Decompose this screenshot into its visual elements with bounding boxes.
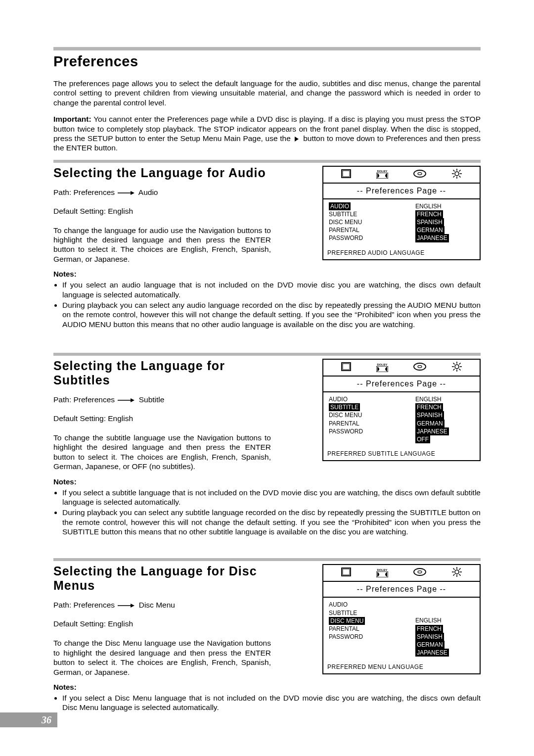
osd-audio: DOLBY -- Preferences Page -- AUDIO SUBTI… (322, 166, 481, 260)
osd-right-list: ENGLISH FRENCH SPANISH GERMAN JAPANESE (409, 601, 476, 657)
svg-point-24 (455, 365, 459, 369)
osd-icon-row: DOLBY (323, 167, 480, 184)
osd-right-item: SPANISH (415, 411, 444, 419)
osd-right-list: ENGLISH FRENCH SPANISH GERMAN JAPANESE O… (409, 395, 476, 443)
osd-left-item: SUBTITLE (327, 210, 409, 218)
osd-left-list: AUDIO SUBTITLE DISC MENU PARENTAL PASSWO… (327, 395, 409, 443)
audio-title: Selecting the Language for Audio (53, 166, 271, 180)
svg-point-7 (418, 172, 422, 175)
note-item: If you select a subtitle language that i… (62, 488, 481, 507)
osd-left-list: AUDIO SUBTITLE DISC MENU PARENTAL PASSWO… (327, 601, 409, 657)
note-item: If you select an audio language that is … (62, 280, 481, 299)
svg-point-39 (418, 571, 422, 573)
svg-line-48 (453, 574, 455, 576)
arrow-icon (118, 603, 134, 608)
page-icon (341, 169, 352, 181)
section-divider (53, 558, 481, 561)
svg-line-15 (459, 170, 461, 171)
path-label: Path: Preferences (53, 395, 117, 404)
disc-icon (413, 567, 427, 578)
osd-left-item: PARENTAL (327, 226, 409, 234)
osd-right-item: JAPANESE (415, 427, 449, 435)
svg-marker-34 (131, 604, 134, 608)
osd-left-item: AUDIO (327, 395, 409, 403)
osd-right-item: JAPANESE (415, 234, 449, 242)
dolby-icon: DOLBY (376, 568, 388, 578)
disc-icon (413, 362, 427, 373)
osd-left-item: SUBTITLE (327, 609, 409, 617)
osd-right-item: JAPANESE (415, 649, 449, 657)
path-label: Path: Preferences (53, 601, 117, 609)
osd-left-item: AUDIO (327, 601, 409, 609)
disc-icon (413, 169, 427, 180)
osd-left-item: DISC MENU (327, 411, 409, 419)
subtitle-default: Default Setting: English (53, 414, 271, 423)
osd-right-item: ENGLISH (414, 395, 476, 403)
osd-title: -- Preferences Page -- (323, 377, 480, 392)
osd-left-list: AUDIO SUBTITLE DISC MENU PARENTAL PASSWO… (327, 202, 409, 242)
svg-point-40 (455, 570, 459, 574)
osd-right-item: OFF (415, 435, 430, 443)
osd-left-item: PASSWORD (327, 234, 409, 242)
discmenu-path: Path: Preferences Disc Menu (53, 601, 271, 610)
osd-icon-row: DOLBY (323, 360, 480, 377)
osd-right-item: GERMAN (415, 226, 445, 234)
osd-icon-row: DOLBY (323, 565, 480, 582)
section-divider (53, 353, 481, 356)
osd-right-item: GERMAN (415, 420, 445, 427)
page-icon (341, 567, 352, 579)
svg-line-29 (453, 363, 455, 365)
svg-marker-0 (295, 137, 299, 142)
dolby-icon: DOLBY (376, 170, 388, 179)
osd-left-item: SUBTITLE (329, 403, 360, 411)
note-item: If you select a Disc Menu language that … (62, 693, 481, 712)
intro-paragraph: The preferences page allows you to selec… (53, 79, 481, 107)
svg-line-45 (453, 568, 455, 570)
gear-icon (451, 168, 462, 181)
discmenu-notes: If you select a Disc Menu language that … (53, 693, 481, 712)
svg-point-8 (455, 172, 459, 176)
arrow-icon (118, 398, 134, 403)
svg-rect-36 (343, 569, 350, 575)
svg-marker-18 (131, 398, 134, 402)
notes-label: Notes: (53, 477, 481, 486)
svg-line-31 (459, 363, 461, 365)
osd-left-item: DISC MENU (329, 617, 365, 625)
svg-line-46 (459, 574, 461, 576)
subtitle-body: To change the subtitle language use the … (53, 433, 271, 472)
osd-footer: PREFERRED MENU LANGUAGE (323, 662, 480, 673)
page-number: 36 (0, 712, 57, 727)
osd-right-item: SPANISH (415, 218, 444, 226)
path-target: Disc Menu (136, 601, 175, 609)
osd-right-item: ENGLISH (414, 616, 476, 624)
note-item: During playback you can select any subti… (62, 508, 481, 536)
important-label: Important: (53, 115, 91, 123)
discmenu-title: Selecting the Language for Disc Menus (53, 564, 271, 593)
svg-rect-20 (343, 364, 350, 370)
osd-footer: PREFERRED AUDIO LANGUAGE (323, 247, 480, 259)
svg-line-13 (453, 170, 455, 171)
section-title: Preferences (53, 53, 481, 70)
osd-right-item: FRENCH (415, 210, 443, 218)
svg-point-23 (418, 366, 422, 368)
svg-line-16 (453, 176, 455, 177)
osd-title: -- Preferences Page -- (323, 582, 480, 598)
audio-body: To change the language for audio use the… (53, 226, 271, 264)
osd-right-list: ENGLISH FRENCH SPANISH GERMAN JAPANESE (409, 202, 476, 242)
svg-point-6 (414, 170, 426, 177)
gear-icon (451, 361, 462, 374)
osd-left-item: PARENTAL (327, 420, 409, 427)
subtitle-notes: If you select a subtitle language that i… (53, 488, 481, 537)
osd-footer: PREFERRED SUBTITLE LANGUAGE (323, 448, 480, 460)
section-divider (53, 47, 481, 50)
dolby-icon: DOLBY (376, 363, 388, 373)
audio-default: Default Setting: English (53, 207, 271, 216)
osd-subtitle: DOLBY -- Preferences Page -- AUDIO SUBTI… (322, 359, 481, 461)
osd-right-item: FRENCH (415, 625, 443, 633)
svg-line-30 (459, 369, 461, 371)
osd-title: -- Preferences Page -- (323, 184, 480, 199)
important-paragraph: Important: You cannot enter the Preferen… (53, 114, 481, 153)
path-target: Subtitle (136, 395, 164, 404)
svg-line-32 (453, 369, 455, 371)
path-label: Path: Preferences (53, 188, 117, 196)
